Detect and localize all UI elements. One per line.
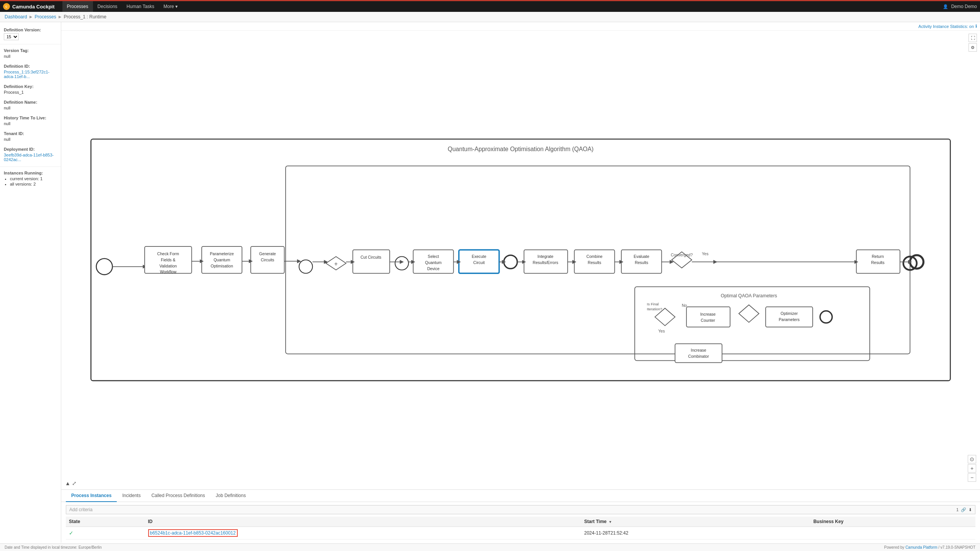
tab-job-definitions[interactable]: Job Definitions [211,490,252,502]
svg-text:Generate: Generate [259,251,276,256]
svg-text:+: + [334,261,338,267]
row-id: b6524b1c-adca-11ef-b853-0242ac160012 [145,527,581,540]
user-name[interactable]: Demo Demo [951,4,977,9]
row-state: ✓ [66,527,145,540]
svg-text:Combine: Combine [586,254,603,259]
svg-text:Integrate: Integrate [537,254,554,259]
col-id: ID [145,517,581,527]
download-icon[interactable]: ⬇ [969,507,972,512]
version-tag-value: null [4,54,57,59]
definition-key-label: Definition Key: [4,84,57,89]
history-time-label: History Time To Live: [4,116,57,120]
svg-text:Counter: Counter [701,318,715,323]
sidebar-definition-key: Definition Key: Process_1 [0,82,61,98]
instances-all-label: all versions: [10,182,32,186]
table-body: ✓ b6524b1c-adca-11ef-b853-0242ac160012 2… [66,527,975,540]
definition-version-select-wrapper: 15 [4,33,57,40]
version-tag-label: Version Tag: [4,48,57,53]
nav-decisions[interactable]: Decisions [93,1,122,12]
link-icon[interactable]: 🔗 [961,507,966,512]
svg-text:No: No [682,303,687,308]
col-start-time[interactable]: Start Time ▼ [581,517,810,527]
state-active-icon: ✓ [69,530,74,536]
instances-running-label: Instances Running: [4,171,57,175]
svg-text:Optimizer: Optimizer [781,311,798,316]
svg-marker-56 [739,305,759,323]
sidebar-history-time: History Time To Live: null [0,113,61,129]
brand-logo: C Camunda Cockpit [3,3,55,10]
svg-text:Quantum-Approximate Optimisati: Quantum-Approximate Optimisation Algorit… [448,146,593,152]
user-menu: 👤 Demo Demo [943,4,977,9]
bpmn-svg: Quantum-Approximate Optimisation Algorit… [84,132,957,387]
data-table: State ID Start Time ▼ Business Key ✓ b65… [66,517,975,540]
deployment-id-label: Deployment ID: [4,147,57,152]
top-navigation: C Camunda Cockpit Processes Decisions Hu… [0,1,980,12]
settings-button[interactable]: ⚙ [969,43,977,52]
nav-processes[interactable]: Processes [62,1,93,12]
footer-timezone: Date and Time displayed in local timezon… [5,545,101,549]
nav-items: Processes Decisions Human Tasks More ▾ [62,1,182,12]
tab-called-process-definitions[interactable]: Called Process Definitions [146,490,210,502]
svg-text:Quantum: Quantum [214,258,230,262]
svg-point-32 [504,255,517,269]
zoom-out[interactable]: − [968,473,976,482]
svg-point-24 [395,257,408,270]
nav-up-arrow[interactable]: ▲ [65,480,70,486]
zoom-controls: ⊙ + − [968,455,976,482]
table-area: Add criteria 1 🔗 ⬇ State ID Start Time ▼… [61,502,980,543]
diagram-tools: ⛶ ⚙ [969,34,977,52]
content-area: Activity Instance Statistics: on ℹ ⛶ ⚙ Q… [61,22,980,543]
breadcrumb-processes[interactable]: Processes [35,14,56,20]
diagram-nav: ▲ ⤢ [65,480,77,486]
user-icon: 👤 [943,4,948,9]
svg-text:Optimal QAOA Parameters: Optimal QAOA Parameters [721,293,777,299]
svg-text:Cut Circuits: Cut Circuits [361,255,381,259]
diagram-container: ⛶ ⚙ Quantum-Approximate Optimisation Alg… [61,31,980,490]
svg-text:Results: Results [871,260,884,265]
svg-text:Device: Device [427,266,439,271]
row-business-key [810,527,975,540]
svg-text:Workflow: Workflow [160,270,176,274]
nav-human-tasks[interactable]: Human Tasks [122,1,159,12]
instances-current: current version: 1 [10,176,57,181]
svg-text:Fields &: Fields & [161,258,175,262]
svg-text:Check Form: Check Form [157,251,180,256]
footer-camunda-link[interactable]: Camunda Platform [905,545,937,549]
svg-text:Combinator: Combinator [688,354,709,359]
table-row: ✓ b6524b1c-adca-11ef-b853-0242ac160012 2… [66,527,975,540]
search-bar: Add criteria 1 🔗 ⬇ [66,505,975,514]
svg-text:Return: Return [872,254,884,259]
svg-text:Increase: Increase [691,348,706,353]
nav-more[interactable]: More ▾ [159,1,182,12]
zoom-reset[interactable]: ⊙ [968,455,976,463]
brand-title: Camunda Cockpit [12,4,55,10]
definition-version-select[interactable]: 15 [4,33,19,40]
breadcrumb: Dashboard ► Processes ► Process_1 : Runt… [0,12,980,22]
svg-text:Results/Errors: Results/Errors [533,260,559,265]
info-icon[interactable]: ℹ [975,24,977,29]
sidebar-deployment-id: Deployment ID: 3eefb39d-adca-11ef-b853-0… [0,145,61,165]
zoom-in[interactable]: + [968,464,976,473]
instances-all: all versions: 2 [10,182,57,186]
definition-key-value: Process_1 [4,90,57,95]
bpmn-diagram[interactable]: Quantum-Approximate Optimisation Algorit… [61,31,980,489]
svg-text:Parameters: Parameters [779,317,799,322]
svg-text:Execute: Execute [472,254,486,259]
footer: Date and Time displayed in local timezon… [0,543,980,551]
instance-id-link[interactable]: b6524b1c-adca-11ef-b853-0242ac160012 [148,529,238,537]
tab-incidents[interactable]: Incidents [117,490,146,502]
nav-expand-icon[interactable]: ⤢ [72,480,77,486]
tab-process-instances[interactable]: Process Instances [66,490,117,502]
activity-stats-label: Activity Instance Statistics: on [918,24,974,29]
history-time-value: null [4,121,57,126]
search-placeholder[interactable]: Add criteria [69,507,956,512]
table-header: State ID Start Time ▼ Business Key [66,517,975,527]
sort-arrow-icon: ▼ [609,520,612,524]
svg-rect-61 [675,344,722,363]
instances-current-value: 1 [40,176,42,181]
footer-powered-by: Powered by Camunda Platform / v7.19.0-SN… [884,545,975,549]
breadcrumb-dashboard[interactable]: Dashboard [5,14,27,20]
camunda-logo: C [3,3,10,10]
fullscreen-button[interactable]: ⛶ [969,34,977,42]
svg-text:Results: Results [588,260,601,265]
